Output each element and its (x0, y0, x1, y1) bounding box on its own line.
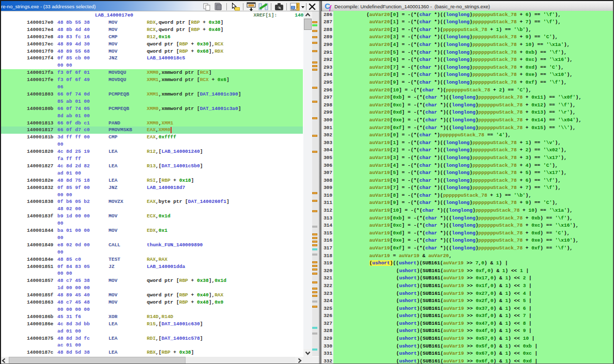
svg-text:f: f (329, 4, 332, 11)
